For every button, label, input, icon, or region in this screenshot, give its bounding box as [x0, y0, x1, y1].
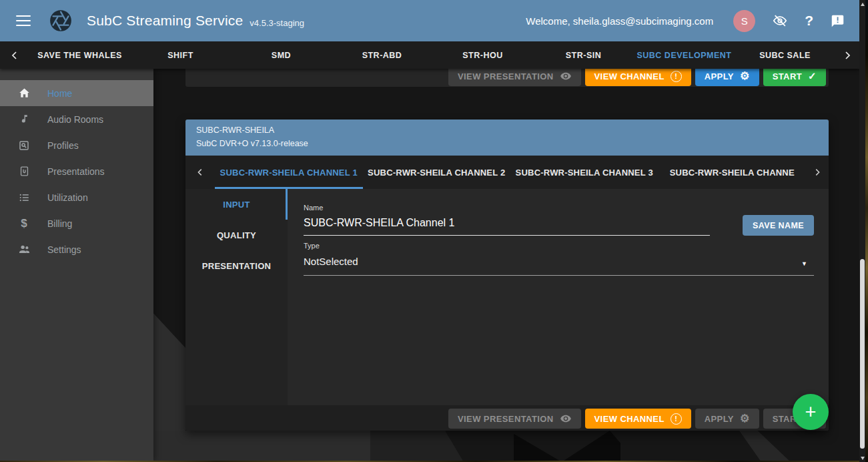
sidebar-item-billing[interactable]: $ Billing: [0, 210, 153, 236]
avatar[interactable]: S: [733, 10, 755, 32]
view-channel-label: VIEW CHANNEL: [594, 414, 665, 424]
search-box-icon: [17, 139, 31, 152]
gear-icon: ⚙: [740, 71, 750, 81]
app-version: v4.5.3-staging: [250, 18, 304, 28]
dollar-icon: $: [17, 217, 31, 230]
device-card-header: SUBC-RWR-SHEILA SubC DVR+O v7.13.0-relea…: [185, 120, 829, 156]
name-field-row: SAVE NAME: [304, 214, 814, 236]
device-name: SUBC-RWR-SHEILA: [196, 126, 818, 135]
sidebar-item-label: Settings: [47, 244, 81, 255]
tab-input[interactable]: INPUT: [185, 189, 288, 220]
channel-tab-4[interactable]: SUBC-RWR-SHEILA CHANNE: [659, 156, 807, 189]
apply-label: APPLY: [705, 71, 734, 81]
scrollbar-thumb[interactable]: [860, 259, 865, 449]
channel-tab-3[interactable]: SUBC-RWR-SHEILA CHANNEL 3: [510, 156, 659, 189]
org-tab-subc-development[interactable]: SUBC DEVELOPMENT: [634, 51, 735, 60]
background-shape: [370, 431, 464, 462]
view-channel-button[interactable]: VIEW CHANNEL !: [585, 66, 691, 86]
sidebar-item-audio-rooms[interactable]: Audio Rooms: [0, 106, 153, 132]
channel-settings-body: INPUT QUALITY PRESENTATION Name SAVE NAM…: [185, 189, 829, 405]
list-icon: [17, 191, 31, 204]
eye-icon: [560, 70, 572, 82]
sidebar-item-profiles[interactable]: Profiles: [0, 132, 153, 158]
app-title: SubC Streaming Service: [87, 13, 243, 29]
warning-icon: !: [671, 71, 682, 82]
page-scrollbar: [859, 0, 865, 462]
sidebar-item-label: Utilization: [47, 192, 88, 203]
view-presentation-label: VIEW PRESENTATION: [458, 414, 554, 424]
channel-tab-2[interactable]: SUBC-RWR-SHEILA CHANNEL 2: [363, 156, 511, 189]
sidebar-item-home[interactable]: Home: [0, 80, 153, 106]
type-selected-value: NotSelected: [304, 256, 358, 267]
check-icon: ✓: [808, 70, 817, 82]
organization-tabs: SAVE THE WHALES SHIFT SMD STR-ABD STR-HO…: [0, 41, 859, 69]
eye-icon: [560, 413, 572, 425]
tab-presentation[interactable]: PRESENTATION: [185, 250, 288, 281]
menu-icon[interactable]: [16, 15, 31, 26]
chevron-left-icon[interactable]: [0, 50, 29, 61]
view-presentation-button[interactable]: VIEW PRESENTATION: [448, 66, 581, 86]
sidebar-item-settings[interactable]: Settings: [0, 236, 153, 262]
chevron-right-icon[interactable]: [806, 156, 829, 189]
music-note-icon: [17, 113, 31, 126]
view-channel-button[interactable]: VIEW CHANNEL !: [585, 409, 691, 429]
view-presentation-label: VIEW PRESENTATION: [458, 71, 554, 81]
view-channel-label: VIEW CHANNEL: [594, 71, 665, 81]
help-icon[interactable]: ?: [805, 13, 813, 29]
type-select[interactable]: NotSelected ▼: [304, 252, 814, 276]
chevron-left-icon[interactable]: [185, 156, 215, 189]
desktop-edge-strip: [865, 0, 868, 462]
scroll-down-arrow[interactable]: [859, 455, 865, 461]
sidebar-item-label: Audio Rooms: [47, 114, 103, 125]
view-presentation-button[interactable]: VIEW PRESENTATION: [448, 409, 581, 429]
sidebar-item-label: Profiles: [47, 140, 79, 151]
name-field-label: Name: [304, 204, 814, 212]
device-card: SUBC-RWR-SHEILA SubC DVR+O v7.13.0-relea…: [185, 120, 829, 431]
channel-tab-1[interactable]: SUBC-RWR-SHEILA CHANNEL 1: [215, 156, 363, 189]
background-shape: [153, 431, 374, 462]
channel-tabs: SUBC-RWR-SHEILA CHANNEL 1 SUBC-RWR-SHEIL…: [185, 156, 829, 189]
feedback-icon[interactable]: [831, 14, 845, 28]
sidebar-item-label: Home: [47, 88, 72, 99]
aperture-logo-icon: [49, 9, 72, 32]
sidebar: Home Audio Rooms Profiles Presentations …: [0, 69, 153, 461]
apply-button[interactable]: APPLY ⚙: [695, 66, 759, 86]
people-icon: [17, 243, 31, 256]
org-tab-str-abd[interactable]: STR-ABD: [332, 51, 432, 60]
sidebar-item-label: Presentations: [47, 166, 105, 177]
home-icon: [17, 87, 31, 100]
warning-icon: !: [671, 413, 682, 425]
save-name-button[interactable]: SAVE NAME: [743, 215, 814, 236]
chevron-down-icon: ▼: [801, 260, 807, 267]
org-tab-save-the-whales[interactable]: SAVE THE WHALES: [29, 51, 130, 60]
org-tab-smd[interactable]: SMD: [231, 51, 332, 60]
scroll-up-arrow[interactable]: [859, 1, 865, 7]
sidebar-item-label: Billing: [47, 218, 72, 229]
sidebar-item-utilization[interactable]: Utilization: [0, 184, 153, 210]
app-bar: SubC Streaming Service v4.5.3-staging We…: [0, 0, 859, 41]
chevron-right-icon[interactable]: [835, 50, 859, 61]
gear-icon: ⚙: [740, 413, 750, 424]
background-shape: [514, 431, 620, 462]
org-tab-subc-sale[interactable]: SUBC SALE: [735, 51, 835, 60]
org-tab-shift[interactable]: SHIFT: [130, 51, 231, 60]
background-shape: [717, 431, 791, 462]
section-tabs: INPUT QUALITY PRESENTATION: [185, 189, 288, 405]
document-clip-icon: [17, 165, 31, 178]
type-field-block: Type NotSelected ▼: [304, 242, 814, 276]
apply-label: APPLY: [705, 414, 734, 424]
apply-button[interactable]: APPLY ⚙: [695, 409, 759, 429]
tab-quality[interactable]: QUALITY: [185, 220, 288, 250]
start-label: START: [773, 71, 802, 81]
visibility-off-icon[interactable]: [773, 13, 787, 28]
org-tab-str-sin[interactable]: STR-SIN: [533, 51, 634, 60]
channel-name-input[interactable]: [304, 214, 710, 236]
org-tab-str-hou[interactable]: STR-HOU: [432, 51, 533, 60]
add-fab-button[interactable]: +: [793, 394, 829, 430]
device-firmware: SubC DVR+O v7.13.0-release: [196, 139, 818, 148]
input-settings-panel: Name SAVE NAME Type NotSelected ▼: [288, 189, 829, 405]
sidebar-item-presentations[interactable]: Presentations: [0, 158, 153, 184]
welcome-text: Welcome, sheila.glass@subcimaging.com: [526, 15, 713, 27]
help-glyph: ?: [805, 13, 813, 29]
start-button[interactable]: START ✓: [763, 66, 826, 86]
